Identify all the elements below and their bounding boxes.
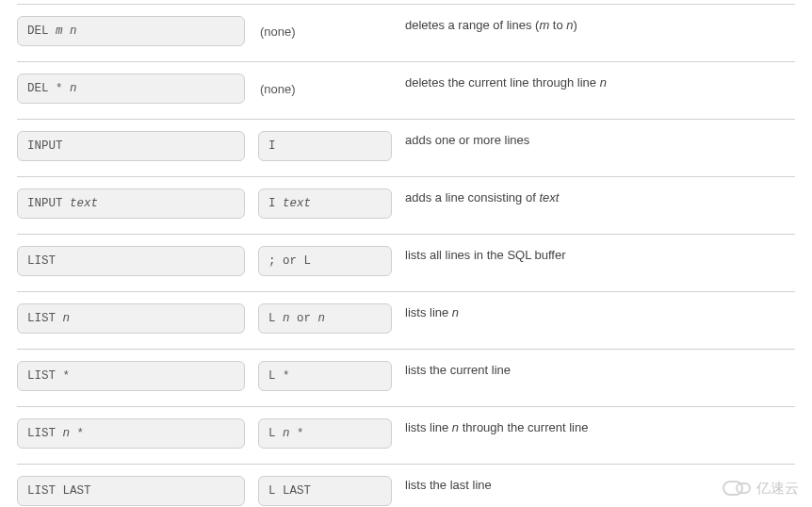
table-row: DEL * n(none)deletes the current line th… xyxy=(17,61,795,119)
command-syntax: LIST * xyxy=(17,361,245,391)
command-description: deletes the current line through line n xyxy=(405,74,795,90)
table-row: LIST *L *lists the current line xyxy=(17,349,795,406)
abbreviation-syntax: I text xyxy=(258,188,392,219)
command-description: lists the last line xyxy=(405,476,795,492)
abbreviation-syntax: L n * xyxy=(258,418,392,449)
abbreviation-syntax: I xyxy=(258,131,392,161)
command-description: adds a line consisting of text xyxy=(405,188,795,204)
command-syntax: LIST xyxy=(17,246,245,276)
command-syntax: INPUT xyxy=(17,131,245,161)
abbreviation-none: (none) xyxy=(258,25,392,39)
command-syntax: DEL m n xyxy=(17,16,245,46)
table-row: LIST n *L n *lists line n through the cu… xyxy=(17,406,795,464)
table-row: LIST nL n or nlists line n xyxy=(17,291,795,349)
command-description: lists the current line xyxy=(405,361,795,377)
command-description: lists line n through the current line xyxy=(405,418,795,434)
command-description: lists all lines in the SQL buffer xyxy=(405,246,795,262)
command-syntax: DEL * n xyxy=(17,74,245,104)
command-description: adds one or more lines xyxy=(405,131,795,147)
command-syntax: LIST LAST xyxy=(17,476,245,506)
table-row: INPUT textI textadds a line consisting o… xyxy=(17,176,795,234)
command-syntax: LIST n xyxy=(17,303,245,334)
table-row: LIST; or Llists all lines in the SQL buf… xyxy=(17,234,795,291)
command-description: deletes a range of lines (m to n) xyxy=(405,16,795,32)
table-row: DEL m n(none)deletes a range of lines (m… xyxy=(17,4,795,61)
command-syntax: INPUT text xyxy=(17,188,245,219)
table-row: LIST LASTL LASTlists the last line xyxy=(17,464,795,507)
abbreviation-syntax: L * xyxy=(258,361,392,391)
table-row: INPUTIadds one or more lines xyxy=(17,119,795,176)
abbreviation-syntax: L LAST xyxy=(258,476,392,506)
abbreviation-none: (none) xyxy=(258,82,392,96)
command-table: DEL m n(none)deletes a range of lines (m… xyxy=(17,4,795,507)
command-syntax: LIST n * xyxy=(17,418,245,449)
abbreviation-syntax: L n or n xyxy=(258,303,392,334)
abbreviation-syntax: ; or L xyxy=(258,246,392,276)
command-description: lists line n xyxy=(405,303,795,319)
